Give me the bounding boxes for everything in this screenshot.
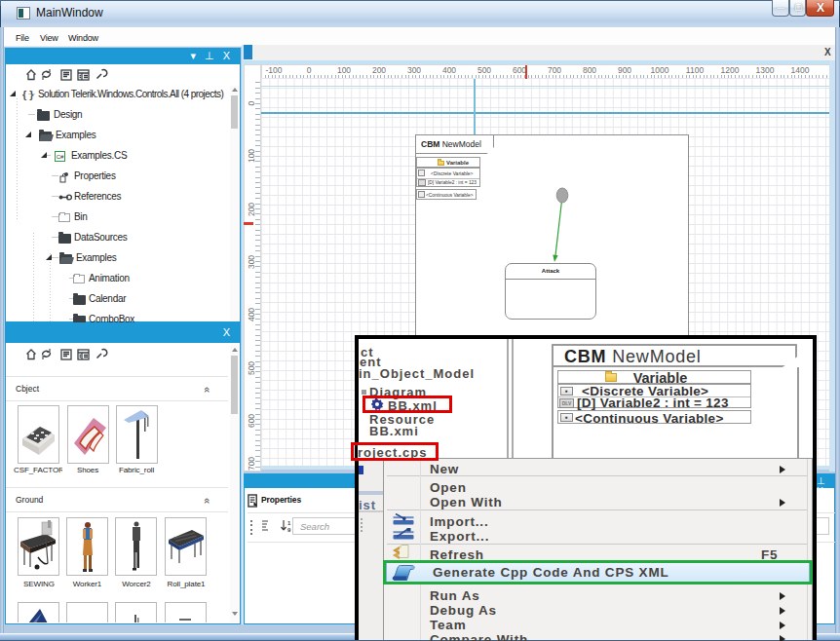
svg-text:9: 9 xyxy=(287,527,291,533)
svg-text:1: 1 xyxy=(287,520,291,526)
